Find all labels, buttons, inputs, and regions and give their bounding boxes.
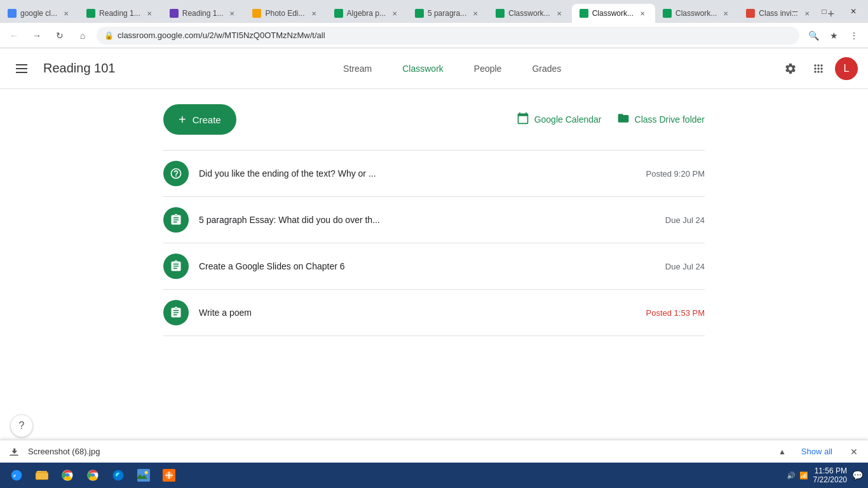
- folder-icon: [617, 112, 630, 128]
- tab-5[interactable]: Algebra p... ✕: [327, 4, 407, 23]
- taskbar-edge[interactable]: [107, 465, 130, 485]
- refresh-button[interactable]: ↻: [51, 27, 69, 44]
- tab-close-7[interactable]: ✕: [554, 8, 564, 18]
- taskbar-network-icon: 📶: [799, 471, 808, 480]
- create-button[interactable]: + Create: [163, 104, 236, 135]
- svg-text:e: e: [13, 472, 16, 478]
- svg-point-11: [145, 471, 148, 474]
- tab-3[interactable]: Reading 1... ✕: [162, 4, 245, 23]
- assignment-date-4: Posted 1:53 PM: [646, 308, 705, 318]
- taskbar-time: 11:56 PM: [813, 466, 847, 475]
- tab-classwork[interactable]: Classwork: [387, 48, 459, 89]
- tab-favicon-4: [252, 9, 261, 18]
- user-avatar[interactable]: L: [835, 57, 858, 80]
- taskbar-photos[interactable]: [132, 465, 155, 485]
- assignment-item-3[interactable]: Create a Google Slides on Chapter 6 Due …: [163, 243, 705, 290]
- tab-1[interactable]: google cl... ✕: [0, 4, 79, 23]
- ie-icon: e: [10, 469, 23, 482]
- tab-4[interactable]: Photo Edi... ✕: [245, 4, 326, 23]
- home-button[interactable]: ⌂: [74, 27, 92, 44]
- taskbar-ie[interactable]: e: [5, 465, 28, 485]
- tab-favicon-1: [8, 9, 17, 18]
- url-bar[interactable]: 🔒 classroom.google.com/u/2/w/MTI5NzQ0OTM…: [97, 27, 799, 44]
- google-calendar-label: Google Calendar: [534, 114, 602, 125]
- tab-favicon-7: [496, 9, 505, 18]
- svg-point-0: [11, 470, 22, 481]
- assignment-item-1[interactable]: Did you like the ending of the text? Why…: [163, 151, 705, 197]
- assignment-icon-4: [163, 300, 189, 325]
- tab-grades[interactable]: Grades: [517, 48, 576, 89]
- tab-9[interactable]: Classwork... ✕: [655, 4, 738, 23]
- tab-label-9: Classwork...: [675, 9, 717, 18]
- taskbar-explorer[interactable]: [31, 465, 53, 485]
- menu-icon[interactable]: [10, 57, 33, 80]
- nav-tabs: Stream Classwork People Grades: [135, 48, 769, 89]
- tab-close-1[interactable]: ✕: [61, 8, 71, 18]
- tab-7[interactable]: Classwork... ✕: [488, 4, 571, 23]
- settings-button[interactable]: [779, 57, 802, 80]
- assignment-item-2[interactable]: 5 paragraph Essay: What did you do over …: [163, 197, 705, 243]
- tab-close-6[interactable]: ✕: [470, 8, 480, 18]
- assignment-icon-2: [163, 207, 189, 233]
- assignment-title-4: Write a poem: [199, 308, 636, 318]
- tab-close-8[interactable]: ✕: [637, 8, 648, 18]
- tab-6[interactable]: 5 paragra... ✕: [407, 4, 488, 23]
- taskbar-date: 7/22/2020: [813, 475, 847, 484]
- settings-icon[interactable]: ⋮: [845, 27, 863, 44]
- nav-icons: L: [779, 57, 858, 80]
- app-title: Reading 101: [43, 61, 115, 76]
- assignment-item-4[interactable]: Write a poem Posted 1:53 PM: [163, 290, 705, 336]
- address-icons: 🔍 ★ ⋮: [804, 27, 863, 44]
- edge-icon: [112, 469, 125, 482]
- lock-icon: 🔒: [104, 31, 114, 40]
- content-inner: + Create Google Calendar Class Dr: [148, 104, 720, 336]
- taskbar-speaker-icon: 🔊: [787, 471, 796, 480]
- tab-close-3[interactable]: ✕: [227, 8, 237, 18]
- tab-people[interactable]: People: [459, 48, 517, 89]
- chrome-icon: [61, 469, 74, 482]
- tab-label-7: Classwork...: [508, 9, 550, 18]
- back-button[interactable]: ←: [5, 27, 23, 44]
- app6-icon: [163, 469, 175, 482]
- maximize-button[interactable]: □: [810, 0, 839, 23]
- create-label: Create: [193, 114, 221, 125]
- bookmark-icon[interactable]: ★: [825, 27, 843, 44]
- tab-8[interactable]: Classwork... ✕: [572, 4, 655, 23]
- search-icon[interactable]: 🔍: [804, 27, 822, 44]
- tab-label-4: Photo Edi...: [265, 9, 304, 18]
- taskbar-chrome2[interactable]: [81, 465, 104, 485]
- minimize-button[interactable]: ─: [780, 0, 810, 23]
- tab-2[interactable]: Reading 1... ✕: [79, 4, 162, 23]
- help-button[interactable]: ?: [10, 414, 33, 437]
- download-close-button[interactable]: ✕: [848, 444, 860, 459]
- main-content: + Create Google Calendar Class Dr: [0, 89, 868, 440]
- class-drive-folder-label: Class Drive folder: [635, 114, 705, 125]
- app: Reading 101 Stream Classwork People Grad…: [0, 48, 868, 440]
- close-button[interactable]: ✕: [839, 0, 868, 23]
- tab-bar: google cl... ✕ Reading 1... ✕ Reading 1.…: [0, 0, 868, 23]
- assignment-list: Did you like the ending of the text? Why…: [163, 150, 705, 336]
- plus-icon: +: [179, 112, 186, 127]
- assignment-icon-3: [163, 254, 189, 279]
- taskbar-app6[interactable]: [158, 465, 180, 485]
- window-controls: ─ □ ✕: [780, 0, 868, 23]
- chrome2-icon: [86, 469, 99, 482]
- taskbar-chrome[interactable]: [56, 465, 79, 485]
- show-all-button[interactable]: Show all: [796, 444, 837, 459]
- url-text: classroom.google.com/u/2/w/MTI5NzQ0OTMzN…: [118, 30, 792, 40]
- tab-stream[interactable]: Stream: [328, 48, 387, 89]
- tab-close-9[interactable]: ✕: [721, 8, 731, 18]
- google-calendar-link[interactable]: Google Calendar: [517, 112, 602, 128]
- tab-favicon-8: [580, 9, 588, 18]
- download-chevron[interactable]: ▲: [776, 445, 789, 459]
- download-file-icon: [8, 445, 20, 458]
- tab-close-4[interactable]: ✕: [309, 8, 319, 18]
- tab-close-2[interactable]: ✕: [144, 8, 154, 18]
- forward-button[interactable]: →: [28, 27, 46, 44]
- tab-close-5[interactable]: ✕: [390, 8, 400, 18]
- tab-label-2: Reading 1...: [99, 9, 140, 18]
- taskbar-clock: 11:56 PM 7/22/2020: [813, 466, 847, 484]
- apps-button[interactable]: [807, 57, 830, 80]
- class-drive-folder-link[interactable]: Class Drive folder: [617, 112, 705, 128]
- taskbar-notification-icon[interactable]: 💬: [852, 470, 863, 480]
